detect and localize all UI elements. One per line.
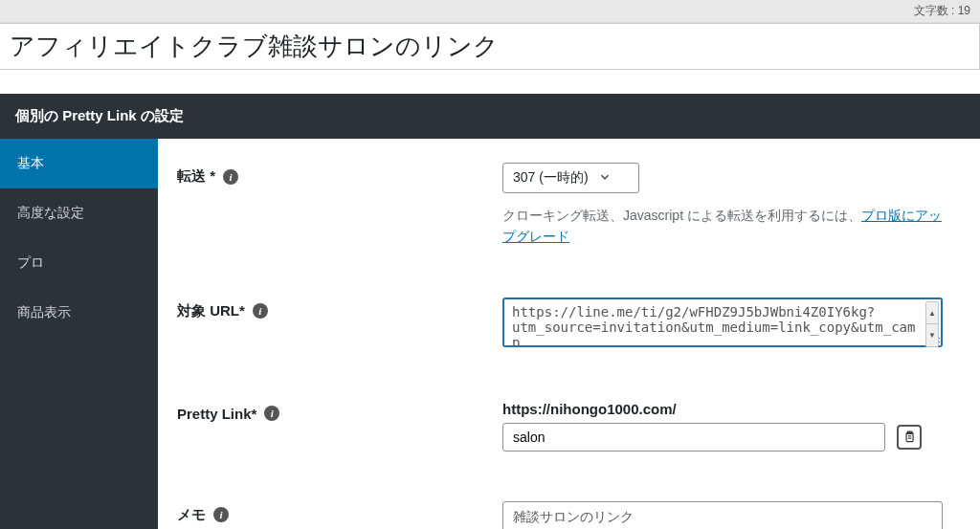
redirect-help-text: クローキング転送、Javascript による転送を利用するには、 [502, 208, 861, 223]
redirect-select[interactable]: 307 (一時的) [502, 163, 639, 193]
memo-input[interactable] [502, 501, 943, 529]
field-memo: メモ i [177, 501, 951, 529]
info-icon[interactable]: i [223, 169, 238, 185]
redirect-label: 転送 * [177, 167, 215, 186]
panel-basic: 転送 * i 307 (一時的) クローキング転送、Javascript による… [158, 139, 980, 529]
tab-pro[interactable]: プロ [0, 238, 158, 288]
clipboard-icon [902, 430, 916, 444]
info-icon[interactable]: i [213, 507, 229, 522]
char-count-label: 文字数 : [914, 4, 955, 17]
tabs-nav: 基本 高度な設定 プロ 商品表示 [0, 139, 158, 529]
field-target-url: 対象 URL* i ▲ ▼ [177, 298, 951, 351]
tab-basic[interactable]: 基本 [0, 139, 158, 188]
title-wrap [0, 23, 980, 70]
field-pretty-link: Pretty Link* i https://nihongo1000.com/ [177, 401, 951, 452]
pretty-link-label: Pretty Link* [177, 406, 256, 422]
pretty-link-slug-input[interactable] [502, 423, 885, 452]
tab-advanced[interactable]: 高度な設定 [0, 188, 158, 238]
info-icon[interactable]: i [253, 303, 268, 319]
target-url-label: 対象 URL* [177, 302, 245, 320]
title-input[interactable] [10, 32, 969, 61]
pretty-link-base-url: https://nihongo1000.com/ [502, 401, 951, 417]
tab-product[interactable]: 商品表示 [0, 288, 158, 338]
copy-button[interactable] [897, 425, 922, 450]
chevron-down-icon [598, 170, 612, 187]
stepper-up-icon[interactable]: ▲ [926, 302, 938, 325]
target-url-input[interactable] [502, 298, 943, 347]
section-header: 個別の Pretty Link の設定 [0, 94, 980, 139]
stepper-down-icon[interactable]: ▼ [926, 324, 938, 346]
field-redirect: 転送 * i 307 (一時的) クローキング転送、Javascript による… [177, 163, 951, 248]
settings-body: 基本 高度な設定 プロ 商品表示 転送 * i 307 (一時的) クローキング… [0, 139, 980, 529]
memo-label: メモ [177, 506, 206, 524]
redirect-help: クローキング転送、Javascript による転送を利用するには、プロ版にアップ… [502, 205, 951, 248]
redirect-selected: 307 (一時的) [513, 169, 589, 187]
char-count-bar: 文字数 : 19 [0, 0, 980, 23]
info-icon[interactable]: i [264, 406, 279, 421]
textarea-stepper[interactable]: ▲ ▼ [925, 301, 939, 347]
char-count-value: 19 [958, 4, 970, 17]
